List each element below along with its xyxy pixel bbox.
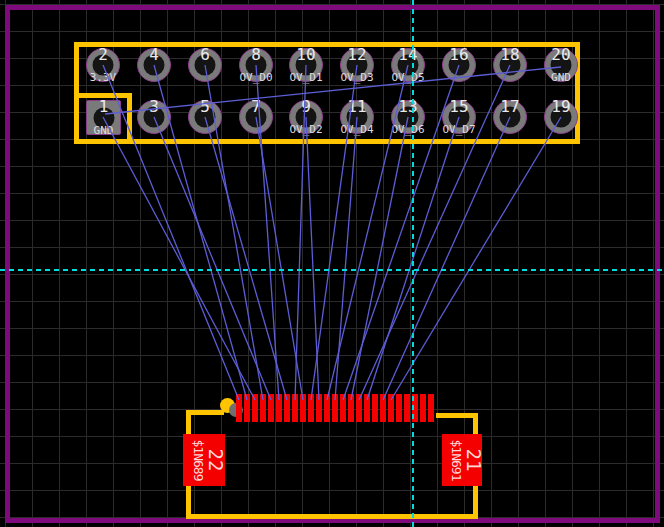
pad-net-label: OV_D5 <box>391 72 424 83</box>
pad-net-label: OV_D0 <box>239 72 272 83</box>
smd-pad-24[interactable] <box>420 394 426 422</box>
pad-number: 1 <box>99 99 109 115</box>
pad-18[interactable]: 18 <box>493 48 527 82</box>
pad-net-label: OV_D7 <box>442 124 475 135</box>
pcb-canvas[interactable]: 1GND23.3V345678OV_D09OV_D210OV_D111OV_D4… <box>0 0 664 527</box>
pad-5[interactable]: 5 <box>188 100 222 134</box>
anchor-pad-21[interactable]: 21 $1N691 <box>442 434 482 486</box>
anchor-pad-label: 22 $1N689 <box>183 434 225 486</box>
pad-number: 12 <box>347 47 366 63</box>
pad-7[interactable]: 7 <box>239 100 273 134</box>
smd-pad-12[interactable] <box>324 394 330 422</box>
silkscreen-segment <box>186 514 478 519</box>
pad-number: 5 <box>200 99 210 115</box>
pad-number: 6 <box>200 47 210 63</box>
pad-number: 16 <box>449 47 468 63</box>
pad-net-label: 3.3V <box>90 72 117 83</box>
silkscreen-segment <box>436 413 478 418</box>
smd-pad-11[interactable] <box>316 394 322 422</box>
smd-pad-9[interactable] <box>300 394 306 422</box>
pad-number: 10 <box>296 47 315 63</box>
smd-pad-4[interactable] <box>260 394 266 422</box>
anchor-pad-22[interactable]: 22 $1N689 <box>183 434 225 486</box>
pad-14[interactable]: 14OV_D5 <box>391 48 425 82</box>
smd-pad-5[interactable] <box>268 394 274 422</box>
smd-pad-7[interactable] <box>284 394 290 422</box>
smd-pad-15[interactable] <box>348 394 354 422</box>
pad-1[interactable]: 1GND <box>86 100 121 135</box>
smd-pad-18[interactable] <box>372 394 378 422</box>
smd-pad-2[interactable] <box>244 394 250 422</box>
smd-pad-14[interactable] <box>340 394 346 422</box>
pad-number: 20 <box>551 47 570 63</box>
anchor-pad-label: 21 $1N691 <box>441 434 483 486</box>
pad-8[interactable]: 8OV_D0 <box>239 48 273 82</box>
smd-pad-22[interactable] <box>404 394 410 422</box>
pad-12[interactable]: 12OV_D3 <box>340 48 374 82</box>
pad-10[interactable]: 10OV_D1 <box>289 48 323 82</box>
pad-number: 18 <box>500 47 519 63</box>
pad-net-label: OV_D1 <box>289 72 322 83</box>
smd-pad-17[interactable] <box>364 394 370 422</box>
pad-3[interactable]: 3 <box>137 100 171 134</box>
pad-17[interactable]: 17 <box>493 100 527 134</box>
pad-16[interactable]: 16 <box>442 48 476 82</box>
pad-number: 19 <box>551 99 570 115</box>
pad-number: 17 <box>500 99 519 115</box>
pad-15[interactable]: 15OV_D7 <box>442 100 476 134</box>
smd-pad-8[interactable] <box>292 394 298 422</box>
pad-net-label: GND <box>94 125 114 136</box>
smd-pad-3[interactable] <box>252 394 258 422</box>
silkscreen-segment <box>190 410 224 415</box>
pad-net-label: OV_D6 <box>391 124 424 135</box>
pad-number: 14 <box>398 47 417 63</box>
pad-number: 15 <box>449 99 468 115</box>
smd-pad-6[interactable] <box>276 394 282 422</box>
pad-2[interactable]: 23.3V <box>86 48 120 82</box>
smd-pad-25[interactable] <box>428 394 434 422</box>
pad-number: 11 <box>347 99 366 115</box>
pad-9[interactable]: 9OV_D2 <box>289 100 323 134</box>
pad-number: 3 <box>149 99 159 115</box>
smd-pad-10[interactable] <box>308 394 314 422</box>
pad-number: 8 <box>251 47 261 63</box>
smd-pad-21[interactable] <box>396 394 402 422</box>
pad-net-label: OV_D4 <box>340 124 373 135</box>
pad-net-label: GND <box>551 72 571 83</box>
pad-net-label: OV_D3 <box>340 72 373 83</box>
smd-pad-13[interactable] <box>332 394 338 422</box>
pad-13[interactable]: 13OV_D6 <box>391 100 425 134</box>
pad-19[interactable]: 19 <box>544 100 578 134</box>
pad-6[interactable]: 6 <box>188 48 222 82</box>
pad-number: 4 <box>149 47 159 63</box>
smd-pad-20[interactable] <box>388 394 394 422</box>
pad-net-label: OV_D2 <box>289 124 322 135</box>
pad-11[interactable]: 11OV_D4 <box>340 100 374 134</box>
smd-pad-23[interactable] <box>412 394 418 422</box>
smd-pad-19[interactable] <box>380 394 386 422</box>
pad-4[interactable]: 4 <box>137 48 171 82</box>
smd-pad-16[interactable] <box>356 394 362 422</box>
pad-number: 9 <box>301 99 311 115</box>
smd-pad-1[interactable] <box>236 394 242 422</box>
pad-number: 13 <box>398 99 417 115</box>
pad-number: 2 <box>98 47 108 63</box>
pad-number: 7 <box>251 99 261 115</box>
pad-20[interactable]: 20GND <box>544 48 578 82</box>
